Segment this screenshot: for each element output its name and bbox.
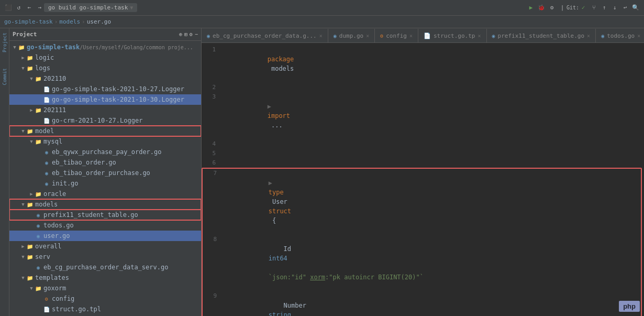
fold-icon-3: ▶ <box>268 103 271 110</box>
line-num-1: 1 <box>202 45 220 55</box>
tree-item-model[interactable]: ▼ 📁 model <box>9 126 201 136</box>
tree-label-eb-qywx: eb_qywx_purchase_pay_order.go <box>52 148 162 156</box>
arrow-goxorm: ▼ <box>28 286 35 291</box>
code-editor[interactable]: 1 package models 2 3 ▶ import <box>202 43 644 316</box>
tree-item-overall[interactable]: ▶ 📁 overall <box>9 241 201 252</box>
folder-icon-mysql: 📁 <box>35 139 42 145</box>
refresh-icon[interactable]: ↺ <box>15 4 23 12</box>
build-tab-close[interactable]: ▼ <box>130 5 133 10</box>
breadcrumb-file: user.go <box>87 18 111 25</box>
panel-icon2[interactable]: ⊞ <box>184 31 187 37</box>
code-line-8: 8 Id int64 `json:"id" xorm:"pk autoincr … <box>203 235 641 291</box>
panel-gear-icon[interactable]: ⚙ <box>190 31 193 37</box>
tree-label-oracle: oracle <box>43 190 66 198</box>
tree-item-202111[interactable]: ▶ 📁 202111 <box>9 105 201 115</box>
tag-id: `json:"id" xorm:"pk autoincr BIGINT(20)"… <box>269 274 424 281</box>
tree-item-logic[interactable]: ▶ 📁 logic <box>9 52 201 63</box>
build-tab-label: go build go-simple-task <box>48 4 128 11</box>
breadcrumb-sep1: › <box>54 18 58 25</box>
panel-collapse-icon[interactable]: − <box>195 31 198 37</box>
project-strip-label[interactable]: Project <box>1 30 8 55</box>
go-icon-eb-tibao2: ◉ <box>43 170 50 176</box>
commit-strip-label[interactable]: Commit <box>1 66 8 88</box>
tree-path-root: /Users/myself/Golang/common_proje... <box>80 45 193 50</box>
field-number: Number <box>269 302 329 309</box>
tree-label-mysql: mysql <box>43 138 62 145</box>
tab-prefix11[interactable]: ◉ prefix11_student_table.go × <box>487 29 596 42</box>
breadcrumb: go-simple-task › models › user.go <box>0 16 644 28</box>
toolbar: ⬛ ↺ ← → go build go-simple-task ▼ ▶ 🐞 ⚙ … <box>0 0 644 16</box>
tab-dump[interactable]: ◉ dump.go × <box>328 29 375 42</box>
tree-item-oracle[interactable]: ▶ 📁 oracle <box>9 189 201 199</box>
search-icon[interactable]: 🔍 <box>631 4 640 12</box>
git-push-icon[interactable]: ↑ <box>600 4 608 12</box>
tab-struct[interactable]: 📄 struct.go.tp × <box>418 29 487 42</box>
tab-label-eb-cg: eb_cg_purchase_order_data.g... <box>213 32 317 39</box>
tree-item-eb-tibao2[interactable]: ◉ eb_tibao_order_purchase.go <box>9 168 201 178</box>
tree-item-config-file[interactable]: ⚙ config <box>9 293 201 304</box>
tree-item-mysql[interactable]: ▼ 📁 mysql <box>9 136 201 147</box>
panel-icon1[interactable]: ⊕ <box>179 31 182 37</box>
tab-close-prefix11[interactable]: × <box>587 33 590 39</box>
tree-item-eb-serv[interactable]: ◉ eb_cg_purchase_order_data_serv.go <box>9 262 201 273</box>
tree-item-logger2[interactable]: 📄 go-go-simple-task-2021-10-30.Logger <box>9 94 201 105</box>
tree-item-logs[interactable]: ▼ 📁 logs <box>9 63 201 73</box>
tab-close-eb-cg[interactable]: × <box>319 33 323 39</box>
code-line-2: 2 <box>202 83 644 92</box>
tree-label-overall: overall <box>35 243 62 250</box>
tree-item-models[interactable]: ▼ 📁 models <box>9 199 201 210</box>
tree-item-init[interactable]: ◉ init.go <box>9 178 201 189</box>
editor-area: ◉ eb_cg_purchase_order_data.g... × ◉ dum… <box>202 28 644 316</box>
breadcrumb-sep2: › <box>82 18 85 25</box>
tab-todos[interactable]: ◉ todos.go × <box>596 29 644 42</box>
git-check-icon[interactable]: ✓ <box>579 4 587 12</box>
folder-icon-models: 📁 <box>26 202 34 208</box>
tree-label-init: init.go <box>52 180 79 187</box>
project-tree: ▼ 📁 go-simple-task /Users/myself/Golang/… <box>9 41 201 316</box>
tree-label-logger1: go-go-simple-task-2021-10-27.Logger <box>52 85 184 93</box>
tree-item-templates[interactable]: ▼ 📁 templates <box>9 273 201 283</box>
arrow-models: ▼ <box>20 202 26 207</box>
back-icon[interactable]: ← <box>25 4 34 12</box>
run-icon[interactable]: ▶ <box>527 4 535 12</box>
tree-item-serv[interactable]: ▼ 📁 serv <box>9 252 201 262</box>
tree-item-user[interactable]: ◉ user.go <box>9 231 201 241</box>
tab-close-config[interactable]: × <box>409 33 413 39</box>
tree-item-logger1[interactable]: 📄 go-go-simple-task-2021-10-27.Logger <box>9 84 201 94</box>
folder-icon-202111: 📁 <box>35 107 42 113</box>
tab-config[interactable]: ⚙ config × <box>375 29 418 42</box>
debug-icon[interactable]: 🐞 <box>537 4 546 12</box>
tab-close-struct[interactable]: × <box>478 33 481 39</box>
breadcrumb-models[interactable]: models <box>59 18 80 25</box>
tree-item-struct-tpl[interactable]: 📄 struct.go.tpl <box>9 304 201 314</box>
undo-icon[interactable]: ↩ <box>621 4 629 12</box>
tree-label-goxorm: goxorm <box>43 285 66 292</box>
tree-item-root[interactable]: ▼ 📁 go-simple-task /Users/myself/Golang/… <box>9 42 201 52</box>
php-badge: php <box>619 301 640 312</box>
settings-icon[interactable]: ⚙ <box>548 4 556 12</box>
tree-item-202110[interactable]: ▼ 📁 202110 <box>9 73 201 84</box>
tree-item-prefix11[interactable]: ◉ prefix11_student_table.go <box>9 210 201 220</box>
tree-item-todos[interactable]: ◉ todos.go <box>9 220 201 231</box>
tab-close-dump[interactable]: × <box>366 33 369 39</box>
folder-icon-202110: 📁 <box>35 76 42 82</box>
kw-type: type <box>269 189 284 196</box>
arrow-202111: ▶ <box>28 107 35 113</box>
tree-item-logger3[interactable]: 📄 go-crm-2021-10-27.Logger <box>9 115 201 126</box>
git-pull-icon[interactable]: ↓ <box>610 4 619 12</box>
git-branch-icon[interactable]: ⑂ <box>590 4 598 12</box>
tab-close-todos[interactable]: × <box>637 33 640 39</box>
tree-label-config-file: config <box>52 295 74 302</box>
tab-eb-cg[interactable]: ◉ eb_cg_purchase_order_data.g... × <box>202 29 328 42</box>
tree-item-goxorm[interactable]: ▼ 📁 goxorm <box>9 283 201 293</box>
code-line-1: 1 package models <box>202 45 644 83</box>
build-tab[interactable]: go build go-simple-task ▼ <box>44 3 137 12</box>
type-string: string <box>269 311 291 316</box>
tab-icon-todos: ◉ <box>601 33 604 39</box>
tree-item-eb-tibao[interactable]: ◉ eb_tibao_order.go <box>9 157 201 168</box>
breadcrumb-root[interactable]: go-simple-task <box>4 18 53 25</box>
forward-icon[interactable]: → <box>36 4 44 12</box>
line-content-1: package models <box>220 45 644 83</box>
tab-label-todos: todos.go <box>607 32 635 39</box>
tree-item-eb-qywx[interactable]: ◉ eb_qywx_purchase_pay_order.go <box>9 147 201 157</box>
